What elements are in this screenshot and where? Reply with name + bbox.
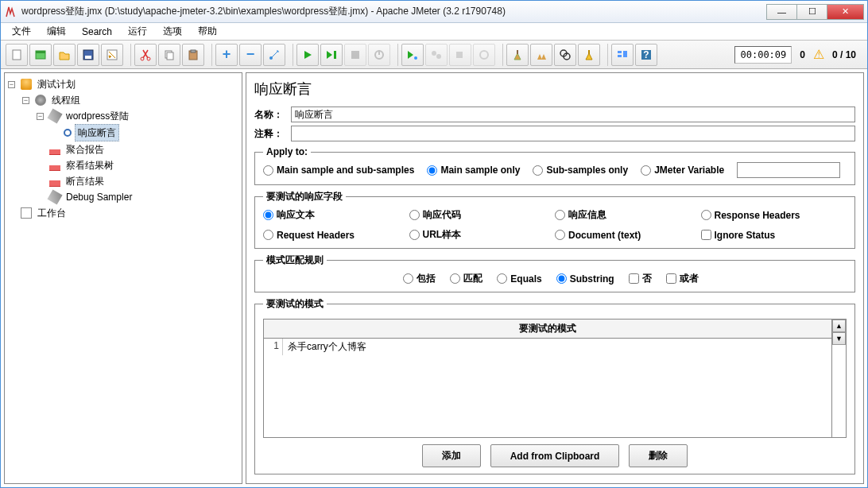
rule-contains-radio[interactable]	[403, 273, 413, 284]
field-code-radio[interactable]	[409, 210, 420, 220]
tree-toggle-icon[interactable]: −	[22, 97, 29, 104]
remote-stop-button[interactable]	[449, 44, 471, 66]
clipboard-icon	[21, 207, 32, 219]
menu-edit[interactable]: 编辑	[41, 23, 72, 40]
maximize-button[interactable]: ☐	[796, 4, 827, 20]
toolbar: + − ? 00:00:09 0 ⚠ 0 / 10	[1, 41, 867, 69]
menu-run[interactable]: 运行	[122, 23, 153, 40]
table-row[interactable]: 1 杀手carry个人博客	[264, 339, 831, 355]
save-button[interactable]	[77, 44, 99, 66]
svg-rect-22	[517, 50, 518, 54]
minimize-button[interactable]: —	[766, 4, 797, 20]
remote-shutdown-button[interactable]	[473, 44, 495, 66]
tree-node-assertion-results[interactable]: 断言结果	[37, 173, 240, 189]
tree-node-workbench[interactable]: 工作台	[8, 205, 240, 221]
clear-button[interactable]	[506, 44, 529, 66]
help-button[interactable]: ?	[635, 44, 657, 66]
expand-button[interactable]: +	[215, 44, 238, 66]
svg-rect-20	[456, 52, 463, 58]
tree-node-thread-group[interactable]: −线程组 −wordpress登陆 响应断言	[22, 92, 240, 205]
field-message-radio[interactable]	[555, 210, 565, 220]
svg-point-12	[269, 56, 273, 60]
paste-button[interactable]	[182, 44, 204, 66]
tree-node-sampler[interactable]: −wordpress登陆 响应断言	[37, 108, 240, 141]
matching-rule-legend: 模式匹配规则	[263, 254, 327, 267]
new-button[interactable]	[6, 44, 28, 66]
menu-search[interactable]: Search	[76, 25, 118, 39]
menu-options[interactable]: 选项	[157, 23, 188, 40]
app-icon	[4, 6, 17, 18]
menu-help[interactable]: 帮助	[192, 23, 223, 40]
start-button[interactable]	[296, 44, 319, 66]
start-no-pause-button[interactable]	[320, 44, 343, 66]
chart-icon	[49, 144, 60, 155]
name-label: 名称：	[254, 108, 291, 122]
tree-node-debug-sampler[interactable]: Debug Sampler	[37, 189, 240, 205]
add-from-clipboard-button[interactable]: Add from Clipboard	[490, 444, 620, 467]
warning-count: 0	[793, 49, 812, 60]
name-input[interactable]	[291, 107, 855, 122]
apply-main-sub-radio[interactable]	[263, 165, 273, 176]
svg-rect-26	[618, 51, 622, 53]
close-button[interactable]: ✕	[827, 4, 864, 20]
clear-all-button[interactable]	[530, 44, 552, 66]
rule-matches-radio[interactable]	[450, 273, 460, 284]
remote-start-all-button[interactable]	[425, 44, 448, 66]
svg-rect-11	[191, 50, 196, 52]
window-title: wordpress登陆.jmx (D:\study\apache-jmeter-…	[21, 5, 767, 18]
row-index: 1	[264, 339, 283, 355]
apply-main-radio[interactable]	[427, 165, 437, 176]
start-remote-button[interactable]	[401, 44, 424, 66]
rule-or-checkbox[interactable]	[666, 273, 676, 284]
menu-file[interactable]: 文件	[6, 23, 37, 40]
apply-sub-radio[interactable]	[533, 165, 543, 176]
svg-point-18	[432, 51, 436, 56]
patterns-table-body[interactable]: 1 杀手carry个人博客	[264, 339, 831, 437]
add-button[interactable]: 添加	[422, 444, 481, 467]
cut-button[interactable]	[134, 44, 157, 66]
patterns-table[interactable]: 要测试的模式 1 杀手carry个人博客 ▲ ▼	[263, 319, 847, 438]
patterns-legend: 要测试的模式	[263, 297, 327, 311]
elapsed-timer: 00:00:09	[734, 46, 792, 64]
reset-search-button[interactable]	[578, 44, 600, 66]
rule-equals-radio[interactable]	[497, 273, 507, 284]
apply-variable-radio[interactable]	[641, 165, 651, 176]
search-tree-button[interactable]	[554, 44, 576, 66]
shutdown-button[interactable]	[368, 44, 390, 66]
ignore-status-checkbox[interactable]	[701, 230, 711, 240]
svg-rect-2	[36, 51, 45, 53]
rule-substring-radio[interactable]	[556, 273, 567, 284]
row-value[interactable]: 杀手carry个人博客	[283, 339, 831, 355]
svg-point-6	[141, 57, 144, 60]
tree-node-test-plan[interactable]: −测试计划 −线程组 −wordpress登陆 响应断言	[8, 76, 240, 205]
tree-toggle-icon[interactable]: −	[8, 81, 15, 88]
function-helper-button[interactable]	[611, 44, 634, 66]
response-field-legend: 要测试的响应字段	[263, 190, 346, 203]
spinner-up-icon[interactable]: ▲	[832, 320, 846, 332]
svg-point-7	[147, 57, 150, 60]
field-document-radio[interactable]	[555, 230, 565, 240]
toggle-button[interactable]	[263, 44, 285, 66]
tree-node-response-assertion[interactable]: 响应断言	[51, 124, 240, 141]
tree-node-view-results-tree[interactable]: 察看结果树	[37, 157, 240, 173]
tree-node-aggregate-report[interactable]: 聚合报告	[37, 141, 240, 157]
delete-button[interactable]: 删除	[629, 444, 688, 467]
svg-rect-14	[351, 51, 359, 59]
comment-input[interactable]	[291, 126, 855, 141]
field-text-radio[interactable]	[263, 210, 273, 220]
field-request-headers-radio[interactable]	[263, 230, 273, 240]
field-response-headers-radio[interactable]	[701, 210, 711, 220]
open-button[interactable]	[53, 44, 76, 66]
test-plan-tree[interactable]: −测试计划 −线程组 −wordpress登陆 响应断言	[4, 72, 242, 484]
stop-button[interactable]	[344, 44, 366, 66]
copy-button[interactable]	[158, 44, 180, 66]
jmeter-variable-input[interactable]	[737, 162, 840, 178]
rule-not-checkbox[interactable]	[629, 273, 639, 284]
field-url-radio[interactable]	[409, 230, 420, 240]
collapse-button[interactable]: −	[239, 44, 262, 66]
warning-icon[interactable]: ⚠	[813, 47, 824, 62]
spinner-down-icon[interactable]: ▼	[832, 332, 846, 345]
tree-toggle-icon[interactable]: −	[37, 113, 44, 120]
templates-button[interactable]	[29, 44, 52, 66]
save-as-button[interactable]	[101, 44, 123, 66]
